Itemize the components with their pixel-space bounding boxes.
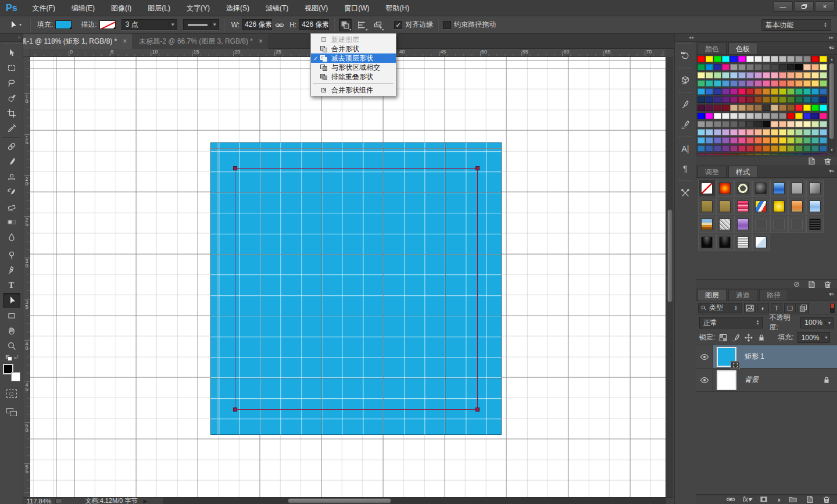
stroke-style-select[interactable]: ▼: [183, 19, 219, 30]
3d-panel-icon[interactable]: [675, 71, 695, 90]
filter-smart-objects-icon[interactable]: [797, 303, 809, 313]
style-empty-2[interactable]: [770, 216, 788, 233]
new-layer-icon[interactable]: [805, 495, 814, 504]
color-swatch-r2c4[interactable]: [722, 64, 729, 70]
color-swatch-r6c5[interactable]: [730, 96, 738, 103]
color-swatch-r11c6[interactable]: [738, 137, 746, 144]
shape-op-menu-item-4[interactable]: 与形状区域相交: [311, 63, 396, 72]
color-swatch-r11c11[interactable]: [779, 137, 786, 144]
color-swatch-r3c15[interactable]: [811, 72, 819, 78]
quick-mask-button[interactable]: [3, 386, 20, 401]
color-swatch-r4c7[interactable]: [746, 80, 754, 87]
color-swatch-r7c8[interactable]: [754, 105, 762, 111]
color-swatch-r10c2[interactable]: [706, 129, 713, 135]
color-swatch-r13c15[interactable]: [811, 153, 819, 155]
fill-opacity-input[interactable]: 100% ▼: [797, 332, 831, 343]
color-swatch-r5c14[interactable]: [803, 88, 811, 95]
color-swatch-r6c6[interactable]: [738, 96, 746, 103]
color-swatch-r4c15[interactable]: [811, 80, 819, 87]
color-swatch-r3c16[interactable]: [820, 72, 827, 78]
color-swatch-r7c14[interactable]: [803, 105, 811, 111]
color-swatch-r5c4[interactable]: [722, 88, 729, 95]
shape-op-menu-item-2[interactable]: 合并形状: [311, 44, 396, 53]
color-swatch-r13c14[interactable]: [803, 153, 811, 155]
color-swatch-r8c4[interactable]: [722, 113, 729, 119]
screen-mode-button[interactable]: [3, 405, 20, 420]
color-swatch-r1c9[interactable]: [763, 56, 770, 62]
path-alignment-button[interactable]: ▾: [355, 19, 368, 31]
color-swatch-r8c8[interactable]: [754, 113, 762, 119]
scroll-up-icon[interactable]: ▲: [829, 58, 835, 61]
rectangle-tool[interactable]: [3, 308, 20, 323]
delete-swatch-icon[interactable]: [823, 156, 832, 166]
layer-style-fx-icon[interactable]: fx▾: [743, 495, 752, 503]
color-swatch-r12c3[interactable]: [714, 145, 721, 152]
layer-thumbnail[interactable]: [717, 347, 736, 367]
color-swatch-r8c13[interactable]: [795, 113, 803, 119]
color-swatch-r12c9[interactable]: [763, 145, 770, 152]
color-swatch-r11c8[interactable]: [754, 137, 762, 144]
style-tan-flat[interactable]: [698, 198, 716, 215]
color-swatch-r10c8[interactable]: [754, 129, 762, 135]
color-swatch-r10c13[interactable]: [795, 129, 803, 135]
collapse-tools-button[interactable]: »: [0, 34, 23, 42]
layer-row-2[interactable]: 背景: [696, 369, 837, 392]
color-swatch-r1c16[interactable]: [820, 56, 827, 62]
color-swatch-r4c11[interactable]: [779, 80, 786, 87]
color-swatch-r12c6[interactable]: [738, 145, 746, 152]
swatches-tab[interactable]: 色板: [728, 42, 757, 54]
color-swatch-r1c11[interactable]: [779, 56, 786, 62]
color-swatch-r8c10[interactable]: [771, 113, 778, 119]
style-pink-stripes[interactable]: [734, 198, 752, 215]
color-swatch-r11c10[interactable]: [771, 137, 778, 144]
document-size-info[interactable]: 文档:4.12M/0 字节: [85, 496, 138, 504]
menu-item-0[interactable]: 文件(F): [24, 4, 63, 12]
new-swatch-icon[interactable]: [807, 156, 816, 166]
shape-height-input[interactable]: 426 像素: [299, 19, 329, 30]
color-swatch-r5c15[interactable]: [811, 88, 819, 95]
color-swatch-r9c16[interactable]: [820, 121, 827, 127]
color-swatch-r3c11[interactable]: [779, 72, 786, 78]
color-swatch-r3c8[interactable]: [754, 72, 762, 78]
style-none[interactable]: [698, 180, 716, 197]
color-swatch-r13c6[interactable]: [738, 153, 746, 155]
color-swatch-r5c2[interactable]: [706, 88, 713, 95]
color-swatch-r7c3[interactable]: [714, 105, 721, 111]
scrollbar-thumb[interactable]: [829, 63, 834, 139]
color-swatch-r10c6[interactable]: [738, 129, 746, 135]
color-swatch-r4c6[interactable]: [738, 80, 746, 87]
path-selection-tool[interactable]: [3, 293, 20, 308]
color-swatch-r9c4[interactable]: [722, 121, 729, 127]
layer-name[interactable]: 背景: [745, 375, 759, 385]
color-swatch-r4c8[interactable]: [754, 80, 762, 87]
panel-menu-icon[interactable]: ▾≡: [829, 45, 834, 51]
color-swatch-r1c7[interactable]: [746, 56, 754, 62]
color-swatch-r9c3[interactable]: [714, 121, 721, 127]
color-swatch-r5c5[interactable]: [730, 88, 738, 95]
color-swatch-r13c12[interactable]: [787, 153, 795, 155]
color-swatch-r4c12[interactable]: [787, 80, 795, 87]
color-swatch-r8c12[interactable]: [787, 113, 795, 119]
shape-op-menu-item-3[interactable]: ✓减去顶层形状: [311, 53, 396, 63]
add-mask-icon[interactable]: [759, 495, 768, 504]
menu-item-6[interactable]: 滤镜(T): [257, 4, 296, 12]
color-swatch-r10c1[interactable]: [698, 129, 705, 135]
style-yellow-gel[interactable]: [770, 198, 788, 215]
close-tab-icon[interactable]: ×: [123, 37, 127, 45]
menu-item-9[interactable]: 帮助(H): [378, 4, 418, 12]
menu-item-2[interactable]: 图像(I): [103, 4, 140, 12]
path-anchor-bottom-right[interactable]: [475, 408, 480, 412]
scrollbar-thumb[interactable]: [288, 498, 391, 503]
color-swatch-r11c3[interactable]: [714, 137, 721, 144]
style-empty-3[interactable]: [788, 216, 806, 233]
style-gray-noise[interactable]: [716, 216, 734, 233]
eyedropper-tool[interactable]: [3, 121, 20, 136]
swatches-tab[interactable]: 颜色: [698, 42, 727, 54]
color-swatch-r1c1[interactable]: [698, 56, 705, 62]
color-swatch-r5c9[interactable]: [763, 88, 770, 95]
tool-preset-picker[interactable]: ▾: [0, 20, 25, 30]
color-swatch-r13c9[interactable]: [763, 153, 770, 155]
color-swatch-r10c15[interactable]: [811, 129, 819, 135]
color-swatch-r11c5[interactable]: [730, 137, 738, 144]
canvas-vertical-scrollbar[interactable]: [666, 57, 673, 497]
